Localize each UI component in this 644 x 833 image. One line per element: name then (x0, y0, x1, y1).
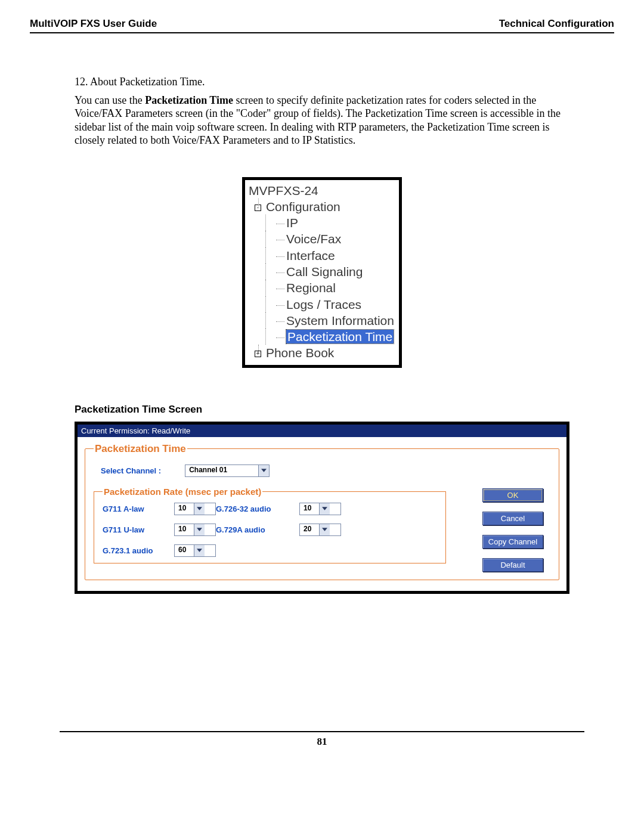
default-button[interactable]: Default (482, 558, 543, 572)
collapse-icon: - (255, 205, 261, 211)
label-g711a: G711 A-law (103, 504, 174, 513)
tree-phonebook: Phone Book (266, 346, 334, 360)
rate-grid: G711 A-law 10 G.726-32 audio 10 G711 U-l… (103, 503, 437, 557)
select-channel-value: Channel 01 (185, 465, 258, 476)
dropdown-g711u[interactable]: 10 (174, 524, 216, 536)
chevron-down-icon (194, 503, 205, 515)
label-g729a: G.729A audio (216, 525, 299, 534)
page-number: 81 (30, 732, 614, 760)
expand-icon: + (255, 351, 261, 357)
label-g72632: G.726-32 audio (216, 504, 299, 513)
label-g711u: G711 U-law (103, 525, 174, 534)
chevron-down-icon (319, 524, 330, 535)
legend-rate: Packetization Rate (msec per packet) (103, 487, 262, 497)
cancel-button[interactable]: Cancel (482, 512, 543, 525)
section-heading: Packetization Time Screen (75, 404, 569, 416)
label-g7231: G.723.1 audio (103, 546, 174, 555)
sidebar-tree-screenshot: MVPFXS-24 - Configuration IP Voice/Fax I… (242, 177, 402, 368)
dropdown-g711a[interactable]: 10 (174, 503, 216, 515)
legend-packetization-time: Packetization Time (94, 443, 187, 455)
page-header: MultiVOIP FXS User Guide Technical Confi… (30, 18, 614, 33)
chevron-down-icon (258, 465, 269, 476)
svg-marker-3 (197, 528, 202, 531)
svg-marker-2 (322, 507, 327, 510)
dropdown-g7231[interactable]: 60 (174, 544, 216, 557)
select-channel-label: Select Channel : (101, 466, 161, 475)
tree-item-regional: Regional (286, 281, 336, 295)
header-left: MultiVOIP FXS User Guide (30, 18, 157, 30)
tree-item-voicefax: Voice/Fax (286, 232, 341, 246)
tree-item-ip: IP (286, 216, 298, 230)
tree-configuration: Configuration (266, 200, 340, 213)
chevron-down-icon (194, 524, 205, 535)
header-right: Technical Configuration (499, 18, 614, 30)
tree-item-packetization-selected: Packetization Time (286, 330, 394, 343)
list-number: 12. (75, 76, 90, 88)
select-channel-dropdown[interactable]: Channel 01 (185, 465, 270, 477)
para-pre: You can use the (75, 94, 145, 106)
para-bold: Packetization Time (145, 94, 233, 106)
tree-item-callsignaling: Call Signaling (286, 265, 363, 278)
dropdown-g729a[interactable]: 20 (299, 524, 341, 536)
list-title: About Packetization Time. (90, 76, 205, 88)
ok-button[interactable]: OK (482, 488, 543, 502)
tree-item-sysinfo: System Information (286, 314, 394, 327)
svg-marker-0 (261, 469, 267, 472)
tree-item-logs: Logs / Traces (286, 298, 361, 311)
dropdown-g72632[interactable]: 10 (299, 503, 341, 515)
body-text: 12. About Packetization Time. You can us… (75, 75, 569, 147)
tree-item-interface: Interface (286, 249, 335, 262)
permission-bar: Current Permission: Read/Write (78, 425, 566, 437)
chevron-down-icon (319, 503, 330, 515)
packetization-dialog: Current Permission: Read/Write Packetiza… (75, 422, 569, 594)
tree-root: MVPFXS-24 (247, 182, 394, 199)
copy-channel-button[interactable]: Copy Channel (482, 535, 543, 549)
chevron-down-icon (194, 545, 205, 556)
svg-marker-1 (197, 507, 202, 510)
svg-marker-5 (197, 549, 202, 552)
svg-marker-4 (322, 528, 327, 531)
